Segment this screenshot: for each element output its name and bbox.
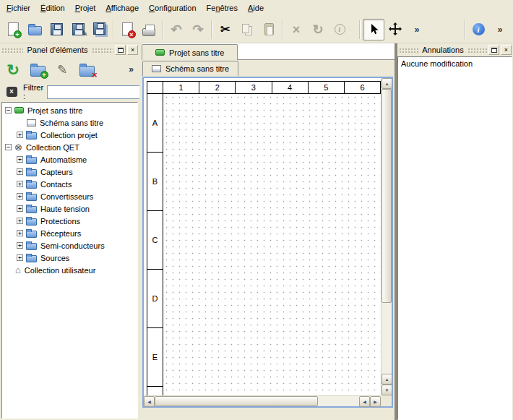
tree-item-contacts[interactable]: + Contacts xyxy=(2,178,137,190)
menu-fenetres[interactable]: Fenêtres xyxy=(202,0,243,16)
tab-projet-sans-titre[interactable]: Projet sans titre xyxy=(142,44,238,60)
expand-icon[interactable]: + xyxy=(17,230,23,236)
collapse-icon[interactable]: − xyxy=(5,144,12,150)
folder-icon xyxy=(26,181,37,189)
dock-grip[interactable] xyxy=(399,48,418,53)
move-tool-button[interactable] xyxy=(384,19,406,40)
about-button[interactable]: i xyxy=(467,19,489,40)
scroll-up-button-alt[interactable]: ▲ xyxy=(381,374,392,385)
tree-item-haute-tension[interactable]: + Haute tension xyxy=(2,202,137,215)
delete-button[interactable]: × xyxy=(285,19,307,40)
tab-schema-sans-titre[interactable]: Schéma sans titre xyxy=(142,61,238,76)
vertical-scroll-thumb[interactable] xyxy=(381,89,392,303)
tree-item-collection-utilisateur[interactable]: ⌂ Collection utilisateur xyxy=(2,264,137,276)
expand-icon[interactable]: + xyxy=(17,218,23,224)
expand-icon[interactable]: + xyxy=(17,181,23,187)
scroll-left-button-alt[interactable]: ◀ xyxy=(359,396,370,407)
tree-item-collection-projet[interactable]: + Collection projet xyxy=(2,129,137,141)
close-file-button[interactable]: × xyxy=(116,19,138,40)
cut-button[interactable]: ✂ xyxy=(215,19,236,40)
copy-icon xyxy=(242,24,249,33)
expand-icon[interactable]: + xyxy=(17,242,23,249)
delete-element-button[interactable]: × xyxy=(77,59,97,80)
print-button[interactable] xyxy=(138,19,160,40)
expand-icon[interactable]: + xyxy=(17,132,23,138)
arrow-down-icon: ▼ xyxy=(385,388,389,393)
float-panel-button[interactable] xyxy=(115,45,126,55)
undo-list[interactable]: Aucune modification xyxy=(397,56,512,420)
tree-item-collection-qet[interactable]: − ⊗ Collection QET xyxy=(2,141,137,153)
scroll-down-button[interactable]: ▼ xyxy=(381,385,392,395)
close-file-icon: × xyxy=(122,22,133,36)
save-button[interactable] xyxy=(46,19,67,40)
tree-item-projet-sans-titre[interactable]: − Projet sans titre xyxy=(2,104,137,116)
toolbar-extension-button-2[interactable]: » xyxy=(489,19,511,40)
edit-element-button[interactable]: ✎ xyxy=(52,59,72,80)
project-tabbar: Projet sans titre xyxy=(142,43,395,60)
tree-item-recepteurs[interactable]: + Récepteurs xyxy=(2,227,137,239)
scroll-up-button[interactable]: ▲ xyxy=(381,78,392,89)
save-all-button[interactable] xyxy=(89,19,111,40)
row-header: D xyxy=(147,270,163,328)
select-tool-button[interactable] xyxy=(363,19,384,40)
dock-grip[interactable] xyxy=(92,48,113,53)
clear-filter-button[interactable]: × xyxy=(4,85,20,99)
rotate-button[interactable]: ↻ xyxy=(307,19,329,40)
new-file-button[interactable]: + xyxy=(2,19,24,40)
folder-icon xyxy=(26,169,37,176)
menu-configuration[interactable]: Configuration xyxy=(144,0,201,16)
tree-item-capteurs[interactable]: + Capteurs xyxy=(2,166,137,178)
expand-icon[interactable]: + xyxy=(17,168,23,175)
menu-projet[interactable]: Projet xyxy=(70,0,101,16)
tree-item-schema-sans-titre[interactable]: Schéma sans titre xyxy=(2,116,137,129)
close-panel-button[interactable]: × xyxy=(501,45,512,55)
horizontal-scroll-thumb[interactable] xyxy=(155,396,318,406)
reload-collections-button[interactable]: ↻ xyxy=(3,59,23,80)
row-header: A xyxy=(147,94,163,153)
horizontal-scrollbar[interactable]: ◀ ◀ ▶ xyxy=(144,395,381,406)
paste-button[interactable] xyxy=(258,19,280,40)
elements-panel: Panel d'éléments × ↻ + ✎ × » xyxy=(0,43,139,420)
menu-edition[interactable]: Édition xyxy=(35,0,70,16)
copy-button[interactable] xyxy=(236,19,258,40)
tree-item-convertisseurs[interactable]: + Convertisseurs xyxy=(2,190,137,202)
float-panel-button[interactable] xyxy=(488,45,499,55)
expand-icon[interactable]: + xyxy=(17,254,23,261)
row-header: B xyxy=(147,153,163,211)
panel-overflow-button[interactable]: » xyxy=(126,64,137,74)
plus-badge-icon: + xyxy=(40,71,48,79)
dock-grip[interactable] xyxy=(467,48,487,53)
scroll-right-button[interactable]: ▶ xyxy=(370,396,381,407)
tree-item-sources[interactable]: + Sources xyxy=(2,252,137,264)
vertical-scrollbar[interactable]: ▲ ▲ ▼ xyxy=(381,78,392,395)
expand-icon[interactable]: + xyxy=(17,205,23,212)
tree-item-label: Projet sans titre xyxy=(27,106,82,115)
undo-button[interactable]: ↶ xyxy=(165,19,187,40)
redo-button[interactable]: ↷ xyxy=(187,19,209,40)
cursor-arrow-icon xyxy=(368,23,379,36)
collapse-icon[interactable]: − xyxy=(5,107,12,113)
expand-icon[interactable]: + xyxy=(17,193,23,200)
element-info-button[interactable]: i xyxy=(329,19,350,40)
save-all-icon xyxy=(93,22,105,35)
tree-item-protections[interactable]: + Protections xyxy=(2,215,137,227)
tree-item-semi-conducteurs[interactable]: + Semi-conducteurs xyxy=(2,239,137,252)
grid-canvas[interactable] xyxy=(163,94,381,395)
expand-icon[interactable]: + xyxy=(17,156,23,163)
toolbar-extension-button[interactable]: » xyxy=(406,19,428,40)
menu-affichage[interactable]: Affichage xyxy=(100,0,144,16)
menu-fichier[interactable]: Fichier xyxy=(1,0,35,16)
new-element-button[interactable]: + xyxy=(27,59,48,80)
close-panel-button[interactable]: × xyxy=(127,45,138,55)
schema-sheet[interactable]: 1 2 3 4 5 6 A B xyxy=(144,78,381,395)
scroll-left-button[interactable]: ◀ xyxy=(144,396,155,407)
tree-item-automatisme[interactable]: + Automatisme xyxy=(2,153,137,166)
horizontal-scroll-track[interactable] xyxy=(155,396,359,406)
elements-tree[interactable]: − Projet sans titre Schéma sans titre + … xyxy=(1,102,138,419)
dock-grip[interactable] xyxy=(1,48,23,53)
open-file-button[interactable] xyxy=(24,19,46,40)
toolbar-separator xyxy=(464,20,465,39)
menu-aide[interactable]: Aide xyxy=(243,0,269,16)
save-as-button[interactable]: ✎ xyxy=(67,19,89,40)
vertical-scroll-track[interactable] xyxy=(381,89,392,374)
